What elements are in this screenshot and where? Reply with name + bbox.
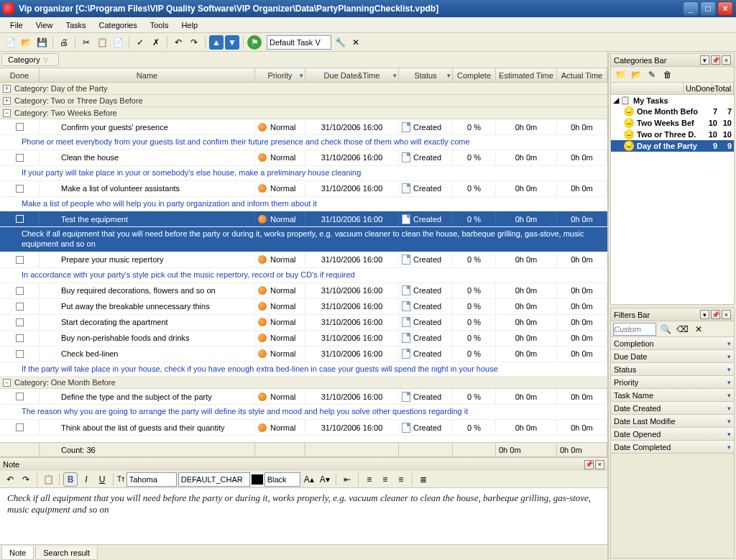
chevron-down-icon[interactable]: ▾ xyxy=(727,431,731,438)
close-button[interactable]: × xyxy=(717,1,733,16)
done-checkbox[interactable] xyxy=(16,350,24,358)
pin-icon[interactable]: 📌 xyxy=(711,55,720,65)
tree-item[interactable]: Day of the Party99 xyxy=(611,140,734,152)
filter-preset-combo[interactable] xyxy=(613,323,656,336)
font-size-combo[interactable] xyxy=(178,472,250,487)
tree-item[interactable]: Two or Three D.1010 xyxy=(611,129,734,140)
filter-item[interactable]: Task Name▾ xyxy=(611,389,734,402)
col-complete[interactable]: Complete xyxy=(453,68,496,82)
panel-menu-icon[interactable]: ▾ xyxy=(700,55,709,65)
filter-combo[interactable] xyxy=(267,35,331,50)
tree-root[interactable]: ◢📋My Tasks xyxy=(611,95,734,106)
filter-item[interactable]: Date Created▾ xyxy=(611,402,734,415)
menu-tools[interactable]: Tools xyxy=(144,19,175,31)
expand-icon[interactable]: + xyxy=(3,85,11,93)
chevron-down-icon[interactable]: ▾ xyxy=(727,392,731,399)
new-icon[interactable]: 📄 xyxy=(3,35,17,50)
indent-icon[interactable]: ⇤ xyxy=(340,472,354,487)
done-checkbox[interactable] xyxy=(16,185,24,193)
chevron-down-icon[interactable]: ▾ xyxy=(727,405,731,412)
group-row[interactable]: −Category: Two Weeks Before xyxy=(0,107,607,119)
italic-icon[interactable]: I xyxy=(79,472,93,487)
group-row[interactable]: −Category: One Month Before xyxy=(0,377,607,389)
print-icon[interactable]: 🖨 xyxy=(57,35,71,50)
group-row[interactable]: +Category: Day of the Party xyxy=(0,83,607,95)
note-paste-icon[interactable]: 📋 xyxy=(41,472,55,487)
filter-item[interactable]: Priority▾ xyxy=(611,376,734,389)
filter-del-icon[interactable]: ✕ xyxy=(691,322,706,336)
done-checkbox[interactable] xyxy=(16,303,24,311)
note-redo-icon[interactable]: ↷ xyxy=(19,472,33,487)
chevron-down-icon[interactable]: ▾ xyxy=(727,379,731,386)
underline-icon[interactable]: U xyxy=(95,472,109,487)
close-panel-icon[interactable]: × xyxy=(722,55,731,65)
maximize-button[interactable]: □ xyxy=(700,1,716,16)
col-undone[interactable]: UnDone xyxy=(684,83,712,94)
tab-note[interactable]: Note xyxy=(1,546,34,560)
task-grid[interactable]: +Category: Day of the Party+Category: Tw… xyxy=(0,83,607,442)
tree-item[interactable]: One Month Befo77 xyxy=(611,106,734,117)
done-checkbox[interactable] xyxy=(16,287,24,295)
col-actual[interactable]: Actual Time xyxy=(557,68,607,82)
expand-icon[interactable]: − xyxy=(3,109,11,117)
done-checkbox[interactable] xyxy=(16,318,24,326)
expand-icon[interactable]: − xyxy=(3,379,11,387)
menu-categories[interactable]: Categories xyxy=(93,19,143,31)
col-name[interactable]: Name xyxy=(40,68,255,82)
menu-file[interactable]: File xyxy=(4,19,29,31)
menu-view[interactable]: View xyxy=(30,19,59,31)
task-row[interactable]: Define the type and the subject of the p… xyxy=(0,389,607,405)
col-total[interactable]: Total xyxy=(712,83,734,94)
font-family-combo[interactable] xyxy=(126,472,177,487)
cat-sub-icon[interactable]: 📂 xyxy=(629,68,643,82)
fontinc-icon[interactable]: A▴ xyxy=(302,472,316,487)
task-row[interactable]: Confirm your guests' presenceNormal31/10… xyxy=(0,119,607,135)
cat-edit-icon[interactable]: ✎ xyxy=(645,68,659,82)
menu-tasks[interactable]: Tasks xyxy=(60,19,91,31)
task-icon[interactable]: ✓ xyxy=(133,35,147,50)
menu-help[interactable]: Help xyxy=(175,19,203,31)
done-checkbox[interactable] xyxy=(16,393,24,400)
filter-item[interactable]: Due Date▾ xyxy=(611,350,734,363)
task-row[interactable]: Clean the houseNormal31/10/2006 16:00Cre… xyxy=(0,150,607,166)
task-row[interactable]: Put away the breakable unnecessary thins… xyxy=(0,299,607,315)
cat-new-icon[interactable]: 📁 xyxy=(613,68,627,82)
filter-item[interactable]: Date Opened▾ xyxy=(611,428,734,441)
filter-clear-icon[interactable]: ⌫ xyxy=(675,322,689,336)
tree-item[interactable]: Two Weeks Bef1010 xyxy=(611,117,734,129)
minimize-button[interactable]: _ xyxy=(683,1,699,16)
up-icon[interactable]: ▲ xyxy=(209,35,224,50)
cut-icon[interactable]: ✂ xyxy=(79,35,93,50)
done-checkbox[interactable] xyxy=(16,215,24,223)
task-row[interactable]: Buy non-perishable foods and drinksNorma… xyxy=(0,331,607,346)
categories-tree[interactable]: ◢📋My TasksOne Month Befo77Two Weeks Bef1… xyxy=(611,95,734,304)
col-done[interactable]: Done xyxy=(0,68,40,82)
redo-icon[interactable]: ↷ xyxy=(187,35,201,50)
filter-clear-icon[interactable]: ✕ xyxy=(349,35,363,50)
open-icon[interactable]: 📂 xyxy=(19,35,33,50)
undo-icon[interactable]: ↶ xyxy=(171,35,185,50)
bullets-icon[interactable]: ≣ xyxy=(416,472,431,487)
done-checkbox[interactable] xyxy=(16,123,24,131)
filter-item[interactable]: Completion▾ xyxy=(611,337,734,350)
flag-icon[interactable]: ⚑ xyxy=(247,35,262,50)
filter-item[interactable]: Date Completed▾ xyxy=(611,441,734,454)
filter-item[interactable]: Date Last Modifie▾ xyxy=(611,415,734,428)
down-icon[interactable]: ▼ xyxy=(225,35,239,50)
chevron-down-icon[interactable]: ▾ xyxy=(727,418,731,425)
color-swatch[interactable] xyxy=(252,474,263,485)
task-row[interactable]: Check bed-linenNormal31/10/2006 16:00Cre… xyxy=(0,346,607,362)
font-color-combo[interactable] xyxy=(264,472,300,487)
close-panel-icon[interactable]: × xyxy=(595,460,604,469)
done-checkbox[interactable] xyxy=(16,256,24,264)
filter-apply-icon[interactable]: 🔧 xyxy=(333,35,347,50)
done-checkbox[interactable] xyxy=(16,154,24,162)
task-row[interactable]: Test the equipmentNormal31/10/2006 16:00… xyxy=(0,211,607,227)
task-row[interactable]: Make a list of volunteer assistantsNorma… xyxy=(0,181,607,197)
note-undo-icon[interactable]: ↶ xyxy=(3,472,17,487)
task-row[interactable]: Prepare your music repertoryNormal31/10/… xyxy=(0,252,607,268)
copy-icon[interactable]: 📋 xyxy=(95,35,109,50)
col-priority[interactable]: Priority▾ xyxy=(255,68,305,82)
done-checkbox[interactable] xyxy=(16,423,24,431)
align-right-icon[interactable]: ≡ xyxy=(394,472,408,487)
